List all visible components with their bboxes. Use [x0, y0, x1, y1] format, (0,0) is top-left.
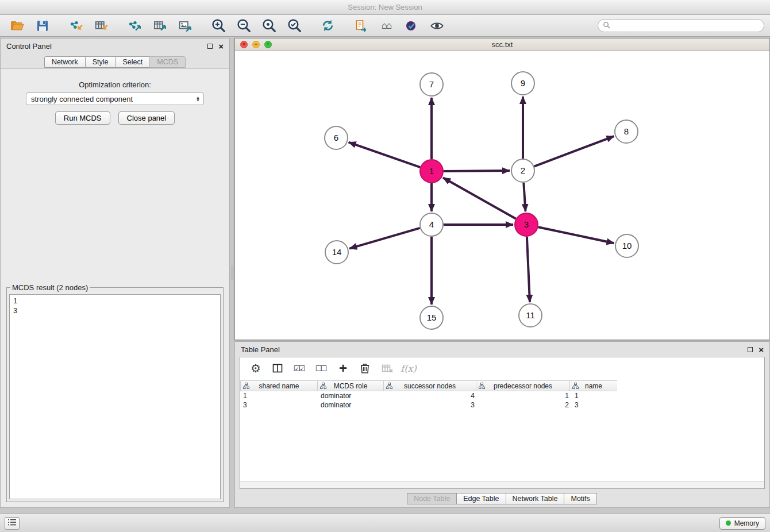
edge-1-6[interactable] [349, 142, 421, 168]
edge-4-14[interactable] [349, 228, 420, 249]
float-table-panel-icon[interactable] [748, 347, 753, 352]
tab-select[interactable]: Select [116, 56, 151, 68]
panel-splitter[interactable] [230, 38, 234, 508]
node-14[interactable]: 14 [325, 241, 348, 264]
memory-button[interactable]: Memory [719, 517, 765, 530]
tab-network-table[interactable]: Network Table [506, 493, 565, 504]
window-zoom-button[interactable]: + [264, 41, 272, 48]
node-11[interactable]: 11 [519, 304, 542, 327]
toolbar-icon-groups: ⌂⌂ [6, 17, 459, 34]
deselect-all-icon[interactable]: ☐☐ [313, 360, 330, 377]
home-icon[interactable]: ⌂⌂ [375, 17, 398, 34]
table-cell: 1 [240, 391, 318, 400]
selected-criterion: strongly connected component [31, 95, 195, 103]
table-cell: 3 [240, 400, 318, 410]
apply-style-icon[interactable] [400, 17, 423, 34]
table-row[interactable]: 3dominator323 [240, 400, 764, 410]
column-header-shared-name[interactable]: shared name [240, 380, 318, 391]
window-close-button[interactable]: × [240, 41, 248, 48]
edge-2-8[interactable] [534, 136, 614, 167]
import-network-icon[interactable] [64, 17, 87, 34]
edge-1-2[interactable] [444, 171, 510, 171]
table-row[interactable]: 1dominator411 [240, 391, 764, 400]
save-session-icon[interactable] [31, 17, 54, 34]
node-label: 15 [427, 313, 437, 322]
network-canvas[interactable]: 7968124314101511 [235, 51, 769, 340]
column-header-name[interactable]: name [569, 380, 618, 391]
node-7[interactable]: 7 [420, 73, 443, 96]
edge-3-11[interactable] [527, 237, 530, 302]
import-table-icon[interactable] [90, 17, 113, 34]
node-label: 9 [521, 78, 525, 88]
node-table-content: ⚙☑☑☐☐+f(x) shared nameMCDS rolesuccessor… [240, 357, 765, 489]
run-mcds-button[interactable]: Run MCDS [55, 111, 110, 125]
zoom-selected-icon[interactable] [283, 17, 306, 34]
open-file-icon[interactable] [6, 17, 29, 34]
node-2[interactable]: 2 [511, 159, 534, 182]
node-15[interactable]: 15 [420, 306, 443, 329]
export-network-icon[interactable] [123, 17, 146, 34]
tab-style[interactable]: Style [85, 56, 116, 68]
zoom-in-icon[interactable] [207, 17, 230, 34]
toolbar-group [123, 17, 197, 34]
export-image-icon[interactable] [174, 17, 197, 34]
node-6[interactable]: 6 [325, 126, 348, 149]
search-box[interactable] [598, 19, 764, 32]
search-area [598, 19, 764, 32]
search-input[interactable] [613, 22, 759, 30]
function-builder-icon[interactable]: f(x) [400, 360, 417, 377]
tab-network[interactable]: Network [44, 56, 86, 68]
node-label: 6 [334, 133, 338, 142]
node-label: 10 [622, 241, 632, 250]
table-horizontal-scrollbar[interactable] [240, 481, 764, 488]
mcds-result-line: 3 [13, 306, 217, 315]
control-panel-title: Control Panel [6, 42, 52, 51]
refresh-layout-icon[interactable] [316, 17, 339, 34]
node-8[interactable]: 8 [615, 120, 638, 143]
column-tree-icon [479, 383, 485, 391]
node-4[interactable]: 4 [420, 213, 443, 236]
node-1[interactable]: 1 [420, 160, 443, 183]
export-table-icon[interactable] [148, 17, 171, 34]
node-label: 11 [526, 310, 535, 320]
table-cell: dominator [318, 391, 384, 400]
column-header-mcds-role[interactable]: MCDS role [317, 380, 384, 391]
column-tree-icon [386, 383, 392, 391]
gear-icon[interactable]: ⚙ [247, 360, 264, 377]
node-3[interactable]: 3 [515, 213, 538, 236]
mcds-result-list[interactable]: 13 [9, 294, 221, 499]
zoom-out-icon[interactable] [232, 17, 255, 34]
window-minimize-button[interactable]: − [252, 41, 260, 48]
table-panel-tabs: Node TableEdge TableNetwork TableMotifs [235, 493, 769, 504]
column-header-filler [617, 380, 764, 391]
close-panel-button[interactable]: Close panel [118, 111, 175, 125]
node-10[interactable]: 10 [615, 234, 638, 257]
select-stepper-icon: ▲▼ [195, 96, 201, 102]
toolbar-group [6, 17, 54, 34]
float-panel-icon[interactable] [207, 44, 213, 49]
show-panels-button[interactable] [5, 517, 20, 530]
tab-mcds[interactable]: MCDS [149, 56, 186, 68]
tab-motifs[interactable]: Motifs [564, 493, 596, 504]
network-window-titlebar[interactable]: × − + scc.txt [235, 38, 769, 51]
delete-column-icon[interactable] [378, 360, 395, 377]
show-graphics-icon[interactable] [425, 17, 448, 34]
tab-node-table[interactable]: Node Table [407, 493, 457, 504]
select-all-icon[interactable]: ☑☑ [291, 360, 308, 377]
tab-edge-table[interactable]: Edge Table [456, 493, 506, 504]
add-row-icon[interactable]: + [334, 360, 352, 377]
close-table-panel-icon[interactable]: × [759, 345, 764, 354]
close-panel-icon[interactable]: × [218, 42, 224, 51]
zoom-fit-icon[interactable] [257, 17, 280, 34]
column-header-predecessor-nodes[interactable]: predecessor nodes [476, 380, 570, 391]
edge-3-1[interactable] [443, 178, 516, 218]
delete-row-icon[interactable] [356, 360, 374, 377]
edge-2-3[interactable] [523, 183, 525, 211]
column-header-successor-nodes[interactable]: successor nodes [383, 380, 476, 391]
edge-3-10[interactable] [538, 227, 614, 243]
node-9[interactable]: 9 [511, 72, 534, 95]
columns-icon[interactable] [269, 360, 286, 377]
optimization-criterion-select[interactable]: strongly connected component ▲▼ [26, 92, 204, 105]
control-panel-tabs: NetworkStyleSelectMCDS [1, 56, 229, 68]
clone-network-icon[interactable] [349, 17, 372, 34]
